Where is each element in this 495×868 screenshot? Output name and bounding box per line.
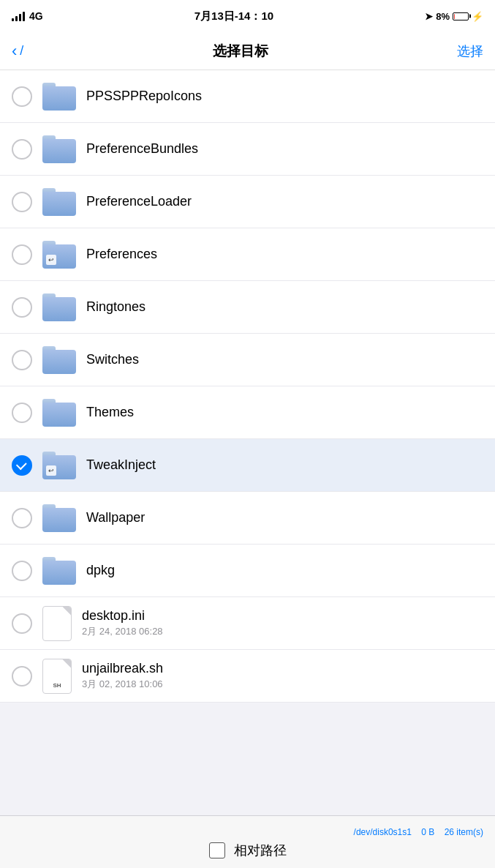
radio-circle[interactable] (12, 508, 32, 528)
list-item[interactable]: ↩ Preferences (0, 228, 495, 281)
disk-path: /dev/disk0s1s1 (354, 827, 412, 837)
carrier-label: 4G (29, 10, 43, 22)
list-item[interactable]: Ringtones (0, 281, 495, 334)
list-item[interactable]: SH unjailbreak.sh3月 02, 2018 10:06 (0, 650, 495, 703)
radio-circle[interactable] (12, 244, 32, 265)
item-count: 26 item(s) (445, 827, 483, 837)
radio-circle[interactable] (12, 561, 32, 581)
battery-icon (453, 12, 469, 20)
radio-circle[interactable] (12, 86, 32, 107)
signal-icon (12, 11, 25, 21)
nav-action-button[interactable]: 选择 (457, 42, 483, 60)
bottom-status: /dev/disk0s1s1 0 B 26 item(s) (0, 827, 495, 842)
item-name: unjailbreak.sh3月 02, 2018 10:06 (82, 661, 483, 691)
nav-title: 选择目标 (213, 42, 268, 61)
back-arrow-icon: ‹ (12, 43, 17, 59)
relative-path-checkbox[interactable] (209, 842, 225, 858)
item-name: Switches (86, 352, 483, 367)
status-time: 7月13日-14：10 (194, 10, 273, 23)
list-item[interactable]: PPSSPPRepoIcons (0, 70, 495, 123)
item-name: Wallpaper (86, 510, 483, 525)
path-row: 相对路径 (197, 842, 298, 859)
radio-circle[interactable] (12, 613, 32, 634)
file-icon (42, 606, 72, 641)
status-bar: 4G 7月13日-14：10 ➤ 8% ⚡ (0, 0, 495, 32)
item-name: PreferenceBundles (86, 141, 483, 157)
folder-icon (42, 504, 76, 532)
item-name: TweakInject (86, 457, 483, 473)
list-container: PPSSPPRepoIcons PreferenceBundles Prefer… (0, 70, 495, 703)
bottom-bar: /dev/disk0s1s1 0 B 26 item(s) 相对路径 (0, 815, 495, 868)
folder-icon (42, 293, 76, 321)
folder-icon (42, 188, 76, 216)
folder-icon: ↩ (42, 241, 76, 269)
list-item[interactable]: desktop.ini2月 24, 2018 06:28 (0, 597, 495, 650)
radio-circle[interactable] (12, 455, 32, 476)
folder-icon (42, 346, 76, 374)
location-icon: ➤ (425, 11, 433, 22)
list-item[interactable]: dpkg (0, 545, 495, 597)
file-list: PPSSPPRepoIcons PreferenceBundles Prefer… (0, 70, 495, 761)
nav-bar: ‹ / 选择目标 选择 (0, 32, 495, 70)
folder-icon (42, 557, 76, 585)
charging-icon: ⚡ (472, 11, 483, 22)
list-item[interactable]: ↩ TweakInject (0, 439, 495, 492)
list-item[interactable]: Switches (0, 334, 495, 386)
disk-size: 0 B (421, 827, 434, 837)
list-item[interactable]: PreferenceLoader (0, 176, 495, 228)
item-name: desktop.ini2月 24, 2018 06:28 (82, 608, 483, 638)
item-name: Themes (86, 405, 483, 420)
radio-circle[interactable] (12, 403, 32, 423)
list-item[interactable]: PreferenceBundles (0, 123, 495, 176)
radio-circle[interactable] (12, 192, 32, 212)
nav-back-button[interactable]: ‹ / (12, 43, 23, 59)
status-left: 4G (12, 10, 43, 22)
status-right: ➤ 8% ⚡ (425, 11, 483, 22)
item-name: PPSSPPRepoIcons (86, 89, 483, 104)
folder-icon: ↩ (42, 452, 76, 479)
file-icon: SH (42, 659, 72, 694)
folder-icon (42, 83, 76, 111)
radio-circle[interactable] (12, 666, 32, 686)
radio-circle[interactable] (12, 139, 32, 160)
item-name: dpkg (86, 563, 483, 578)
radio-circle[interactable] (12, 297, 32, 318)
radio-circle[interactable] (12, 350, 32, 370)
list-item[interactable]: Wallpaper (0, 492, 495, 545)
nav-path-label: / (20, 43, 23, 59)
item-name: Preferences (86, 247, 483, 262)
item-name: PreferenceLoader (86, 194, 483, 209)
item-name: Ringtones (86, 299, 483, 315)
folder-icon (42, 399, 76, 427)
relative-path-label: 相对路径 (234, 842, 287, 859)
battery-percent: 8% (436, 11, 450, 22)
list-item[interactable]: Themes (0, 386, 495, 439)
folder-icon (42, 135, 76, 163)
